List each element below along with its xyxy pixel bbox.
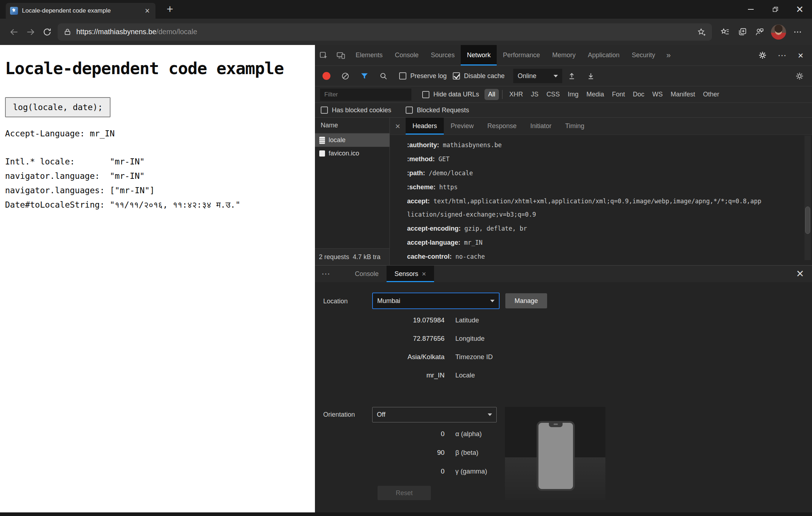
filter-icon[interactable] xyxy=(360,72,369,81)
devtools-menu-icon[interactable]: ⋯ xyxy=(778,50,787,60)
close-details-icon[interactable]: × xyxy=(390,118,406,135)
url-text: https://mathiasbynens.be/demo/locale xyxy=(76,28,692,36)
devtools-tab[interactable]: Sources xyxy=(425,45,461,65)
orientation-select[interactable]: Off xyxy=(372,407,497,422)
address-bar[interactable]: https://mathiasbynens.be/demo/locale xyxy=(58,23,712,41)
drawer-more-icon[interactable]: ⋯ xyxy=(315,266,338,282)
collections-icon[interactable] xyxy=(734,23,751,41)
resource-type-filter[interactable]: Manifest xyxy=(667,89,699,100)
phone-notch xyxy=(549,422,563,427)
headers-pane: :authority: mathiasbynens.be :method: GE… xyxy=(390,135,812,265)
resource-type-filter[interactable]: JS xyxy=(527,89,542,100)
tab-close-icon[interactable]: × xyxy=(144,7,151,15)
phone-preview xyxy=(537,421,575,491)
blocked-requests-checkbox[interactable] xyxy=(406,107,413,114)
network-settings-icon[interactable] xyxy=(795,72,806,81)
request-row[interactable]: locale xyxy=(315,133,389,147)
drawer-tab[interactable]: Console × xyxy=(347,266,387,282)
devtools-tab[interactable]: Network xyxy=(461,45,497,65)
more-tabs-icon[interactable]: » xyxy=(661,45,676,65)
header-row: cache-control: no-cache xyxy=(407,250,764,263)
resource-type-filter[interactable]: Doc xyxy=(629,89,648,100)
devtools-panel: ElementsConsoleSourcesNetworkPerformance… xyxy=(315,45,812,516)
geo-field-row: 19.075984 Latitude xyxy=(315,311,812,329)
resource-type-filter[interactable]: Font xyxy=(608,89,628,100)
browser-tab[interactable]: Locale-dependent code example × xyxy=(6,3,155,19)
drawer-tab-bar: ⋯ Console × Sensors × ✕ xyxy=(315,265,812,282)
preserve-log-label: Preserve log xyxy=(410,72,447,80)
window-bottom-edge xyxy=(0,512,812,516)
resource-type-filter[interactable]: Other xyxy=(699,89,723,100)
lock-icon[interactable] xyxy=(63,28,72,36)
browser-menu-icon[interactable] xyxy=(789,23,806,41)
devtools-tab[interactable]: Performance xyxy=(497,45,546,65)
record-button[interactable] xyxy=(322,72,330,80)
detail-tab[interactable]: Timing xyxy=(558,118,591,135)
devtools-settings-icon[interactable] xyxy=(758,51,767,60)
add-favorite-icon[interactable] xyxy=(697,27,706,37)
detail-tab[interactable]: Headers xyxy=(406,118,444,135)
browser-window: Locale-dependent code example × + ✕ http… xyxy=(0,0,812,516)
inspect-element-icon[interactable] xyxy=(315,45,332,65)
detail-tab[interactable]: Initiator xyxy=(523,118,558,135)
import-har-icon[interactable] xyxy=(567,72,576,81)
name-column-header[interactable]: Name xyxy=(315,118,389,133)
device-toolbar-icon[interactable] xyxy=(332,45,349,65)
devtools-tab[interactable]: Console xyxy=(389,45,425,65)
devtools-tab[interactable]: Security xyxy=(626,45,661,65)
window-close-button[interactable]: ✕ xyxy=(788,0,812,19)
resource-type-filter[interactable]: Media xyxy=(583,89,608,100)
drawer-tab[interactable]: Sensors × xyxy=(387,266,434,282)
preserve-log-checkbox[interactable] xyxy=(399,72,406,80)
resource-type-filter[interactable]: All xyxy=(484,89,499,100)
resource-type-filter[interactable]: CSS xyxy=(543,89,563,100)
hide-data-urls-checkbox[interactable] xyxy=(422,91,429,98)
new-tab-button[interactable]: + xyxy=(163,4,177,16)
locale-output: Intl.* locale:"mr-IN" navigator.language… xyxy=(5,154,315,212)
throttling-select[interactable]: Online xyxy=(513,69,562,83)
blocked-requests-label: Blocked Requests xyxy=(417,107,469,114)
export-har-icon[interactable] xyxy=(586,72,595,81)
network-toolbar: Preserve log Disable cache Online xyxy=(315,66,812,86)
scrollbar-thumb[interactable] xyxy=(805,207,810,234)
devtools-tab[interactable]: Elements xyxy=(349,45,389,65)
blocked-filter-bar: Has blocked cookies Blocked Requests xyxy=(315,103,812,118)
disable-cache-label: Disable cache xyxy=(464,72,505,80)
header-row: accept: text/html,application/xhtml+xml,… xyxy=(407,195,764,221)
header-row: :path: /demo/locale xyxy=(407,167,764,180)
filter-input[interactable] xyxy=(320,89,411,101)
clear-icon[interactable] xyxy=(341,72,350,81)
page-content: Locale-dependent code example log(locale… xyxy=(0,45,315,512)
window-restore-button[interactable] xyxy=(763,0,788,19)
refresh-icon[interactable] xyxy=(39,24,55,40)
close-drawer-icon[interactable]: ✕ xyxy=(788,266,812,282)
disable-cache-checkbox[interactable] xyxy=(453,72,460,80)
devtools-close-icon[interactable]: × xyxy=(798,51,803,60)
location-select[interactable]: Mumbai xyxy=(372,293,500,309)
close-sensors-tab-icon[interactable]: × xyxy=(422,270,426,278)
detail-tab[interactable]: Response xyxy=(481,118,523,135)
profile-avatar[interactable] xyxy=(771,24,786,40)
resource-type-filter[interactable]: WS xyxy=(649,89,666,100)
detail-tab[interactable]: Preview xyxy=(444,118,481,135)
file-icon xyxy=(319,137,325,144)
network-filter-bar: Hide data URLs AllXHRJSCSSImgMediaFontDo… xyxy=(315,86,812,103)
devtools-tab[interactable]: Application xyxy=(582,45,626,65)
resource-type-filter[interactable]: XHR xyxy=(506,89,527,100)
locale-output-row: navigator.language:"mr-IN" xyxy=(5,169,315,183)
feedback-icon[interactable] xyxy=(751,23,768,41)
scrollbar[interactable] xyxy=(804,136,811,260)
devtools-tab[interactable]: Memory xyxy=(546,45,582,65)
window-minimize-button[interactable] xyxy=(739,0,763,19)
search-icon[interactable] xyxy=(379,72,388,81)
reset-button: Reset xyxy=(378,486,431,500)
favorites-icon[interactable] xyxy=(716,23,734,41)
forward-icon[interactable] xyxy=(22,24,39,40)
requests-summary: 2 requests 4.7 kB tra xyxy=(315,248,389,265)
manage-button[interactable]: Manage xyxy=(505,293,547,308)
request-row[interactable]: favicon.ico xyxy=(315,147,389,160)
back-icon[interactable] xyxy=(6,24,22,40)
chevron-down-icon xyxy=(554,75,558,77)
has-blocked-cookies-checkbox[interactable] xyxy=(321,107,328,114)
resource-type-filter[interactable]: Img xyxy=(564,89,582,100)
